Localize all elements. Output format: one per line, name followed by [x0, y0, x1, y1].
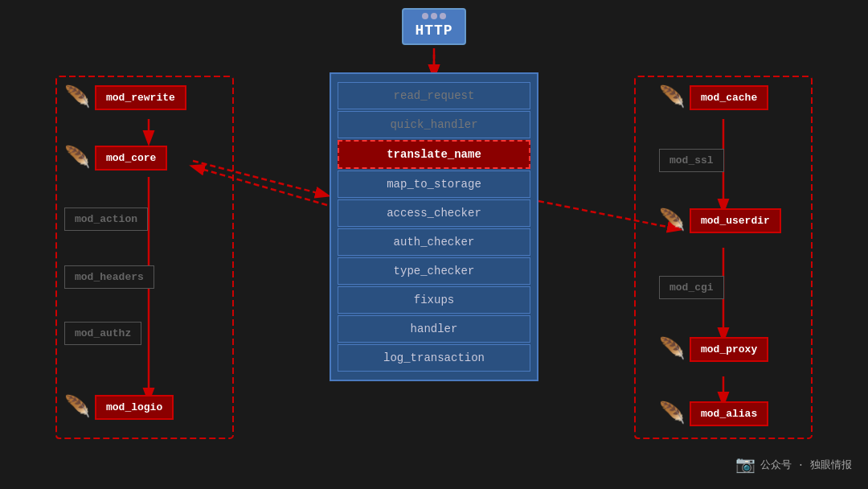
module-label-mod_logio: mod_logio — [95, 395, 174, 420]
pipeline-item-log_transaction: log_transaction — [338, 344, 530, 372]
feather-icon-mod_userdir: 🪶 — [659, 208, 685, 233]
svg-line-6 — [193, 161, 327, 195]
svg-line-7 — [193, 166, 327, 205]
module-mod_cache: 🪶mod_cache — [659, 84, 768, 110]
pipeline-item-translate_name: translate_name — [338, 140, 530, 169]
module-label-mod_action: mod_action — [64, 208, 148, 231]
module-mod_proxy: 🪶mod_proxy — [659, 336, 768, 362]
module-mod_cgi: mod_cgi — [659, 276, 724, 299]
svg-line-11 — [538, 201, 679, 229]
window-dot-2 — [431, 13, 437, 19]
module-mod_authz: mod_authz — [64, 322, 141, 345]
module-mod_userdir: 🪶mod_userdir — [659, 208, 781, 233]
pipeline-item-handler: handler — [338, 315, 530, 343]
feather-icon-mod_rewrite: 🪶 — [64, 84, 90, 110]
module-label-mod_cgi: mod_cgi — [659, 276, 724, 299]
pipeline-container: read_requestquick_handlertranslate_namem… — [330, 72, 538, 381]
module-label-mod_alias: mod_alias — [690, 401, 768, 426]
module-label-mod_proxy: mod_proxy — [690, 337, 768, 362]
module-label-mod_cache: mod_cache — [690, 85, 768, 110]
pipeline-item-quick_handler: quick_handler — [338, 111, 530, 138]
watermark-icon: 📷 — [735, 454, 755, 475]
pipeline-item-access_checker: access_checker — [338, 199, 530, 227]
feather-icon-mod_alias: 🪶 — [659, 401, 685, 426]
module-label-mod_userdir: mod_userdir — [690, 208, 781, 233]
http-box: HTTP — [402, 8, 466, 45]
module-mod_rewrite: 🪶mod_rewrite — [64, 84, 186, 110]
module-mod_core: 🪶mod_core — [64, 145, 167, 171]
watermark-text: 公众号 · 独眼情报 — [760, 458, 852, 472]
feather-icon-mod_core: 🪶 — [64, 145, 90, 171]
module-label-mod_rewrite: mod_rewrite — [95, 85, 186, 110]
watermark: 📷 公众号 · 独眼情报 — [735, 454, 852, 475]
svg-rect-2 — [635, 76, 812, 438]
module-label-mod_ssl: mod_ssl — [659, 149, 724, 172]
module-mod_headers: mod_headers — [64, 265, 154, 289]
module-label-mod_authz: mod_authz — [64, 322, 141, 345]
pipeline-item-fixups: fixups — [338, 286, 530, 314]
module-mod_ssl: mod_ssl — [659, 149, 724, 172]
feather-icon-mod_logio: 🪶 — [64, 394, 90, 420]
module-mod_logio: 🪶mod_logio — [64, 394, 174, 420]
window-dot-1 — [422, 13, 428, 19]
pipeline-item-auth_checker: auth_checker — [338, 228, 530, 256]
window-dot-3 — [440, 13, 446, 19]
module-mod_alias: 🪶mod_alias — [659, 401, 768, 426]
pipeline-item-map_to_storage: map_to_storage — [338, 171, 530, 198]
feather-icon-mod_proxy: 🪶 — [659, 336, 685, 362]
pipeline-item-type_checker: type_checker — [338, 257, 530, 285]
http-label: HTTP — [410, 23, 458, 39]
module-mod_action: mod_action — [64, 208, 148, 231]
module-label-mod_core: mod_core — [95, 146, 167, 171]
module-label-mod_headers: mod_headers — [64, 265, 154, 289]
svg-rect-1 — [56, 76, 233, 438]
pipeline-item-read_request: read_request — [338, 82, 530, 109]
feather-icon-mod_cache: 🪶 — [659, 84, 685, 110]
